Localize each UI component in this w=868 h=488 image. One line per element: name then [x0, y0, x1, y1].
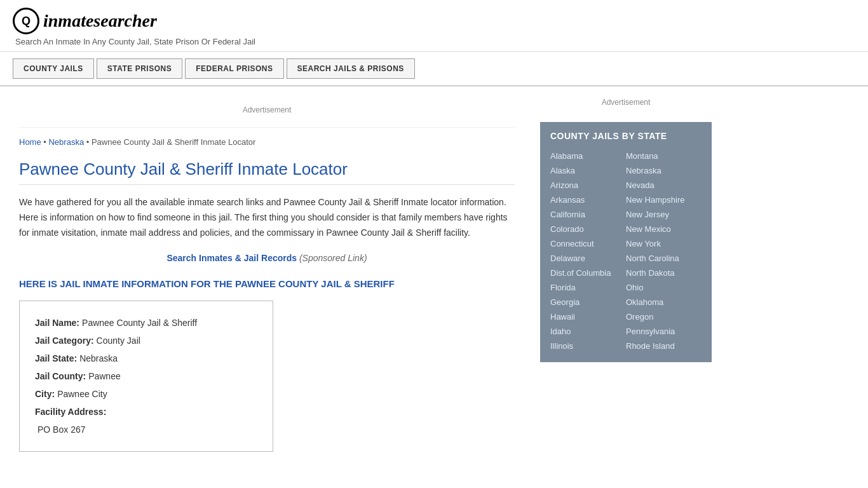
state-link[interactable]: New Hampshire [626, 193, 702, 207]
ad-banner: Advertisement [19, 99, 515, 128]
sidebar: Advertisement COUNTY JAILS BY STATE Alab… [534, 86, 724, 464]
state-link[interactable]: Ohio [626, 280, 702, 295]
state-link[interactable]: Montana [626, 149, 702, 163]
jail-name-label: Jail Name: [35, 314, 79, 332]
state-link[interactable]: New Jersey [626, 207, 702, 222]
state-box: COUNTY JAILS BY STATE AlabamaAlaskaArizo… [540, 122, 712, 362]
state-link[interactable]: Florida [550, 280, 626, 295]
state-link[interactable]: Arkansas [550, 193, 626, 207]
state-link[interactable]: Rhode Island [626, 339, 702, 353]
logo-searcher: searcher [93, 11, 157, 30]
nav: COUNTY JAILS STATE PRISONS FEDERAL PRISO… [0, 52, 868, 86]
state-columns: AlabamaAlaskaArizonaArkansasCaliforniaCo… [550, 149, 702, 353]
state-link[interactable]: Connecticut [550, 236, 626, 251]
state-link[interactable]: Nevada [626, 178, 702, 193]
state-link[interactable]: Colorado [550, 222, 626, 236]
state-link[interactable]: Georgia [550, 295, 626, 309]
state-col-left: AlabamaAlaskaArizonaArkansasCaliforniaCo… [550, 149, 626, 353]
state-link[interactable]: Illinois [550, 339, 626, 353]
sidebar-ad: Advertisement [540, 93, 712, 112]
breadcrumb-state[interactable]: Nebraska [48, 137, 84, 147]
jail-city-value: Pawnee City [57, 385, 107, 403]
state-link[interactable]: California [550, 207, 626, 222]
nav-federal-prisons[interactable]: FEDERAL PRISONS [185, 58, 283, 79]
nav-county-jails[interactable]: COUNTY JAILS [13, 58, 94, 79]
jail-city-row: City: Pawnee City [35, 385, 257, 403]
state-link[interactable]: Nebraska [626, 163, 702, 178]
jail-address-row: Facility Address: [35, 403, 257, 421]
tagline: Search An Inmate In Any County Jail, Sta… [15, 37, 855, 46]
logo-icon: Q [13, 8, 39, 34]
state-link[interactable]: Alabama [550, 149, 626, 163]
jail-city-label: City: [35, 385, 55, 403]
logo-area: Q inmatesearcher [13, 8, 855, 34]
nav-state-prisons[interactable]: STATE PRISONS [97, 58, 182, 79]
logo-text: inmatesearcher [43, 11, 157, 31]
jail-state-label: Jail State: [35, 349, 77, 367]
breadcrumb-current: Pawnee County Jail & Sheriff Inmate Loca… [92, 137, 255, 147]
state-link[interactable]: North Carolina [626, 251, 702, 266]
jail-county-label: Jail County: [35, 367, 86, 385]
jail-county-value: Pawnee [88, 367, 121, 385]
breadcrumb: Home • Nebraska • Pawnee County Jail & S… [19, 137, 515, 147]
breadcrumb-home[interactable]: Home [19, 137, 41, 147]
state-link[interactable]: Dist.of Columbia [550, 266, 626, 280]
state-link[interactable]: Pennsylvania [626, 324, 702, 339]
jail-info-box: Jail Name: Pawnee County Jail & Sheriff … [19, 301, 273, 452]
state-link[interactable]: Idaho [550, 324, 626, 339]
description: We have gathered for you all the availab… [19, 195, 515, 240]
page-title: Pawnee County Jail & Sheriff Inmate Loca… [19, 159, 515, 185]
state-col-right: MontanaNebraskaNevadaNew HampshireNew Je… [626, 149, 702, 353]
jail-address-label: Facility Address: [35, 403, 106, 421]
state-link[interactable]: New York [626, 236, 702, 251]
jail-category-value: County Jail [97, 332, 140, 349]
jail-state-row: Jail State: Nebraska [35, 349, 257, 367]
info-heading: HERE IS JAIL INMATE INFORMATION FOR THE … [19, 278, 515, 289]
state-link[interactable]: Alaska [550, 163, 626, 178]
jail-address-value: PO Box 267 [35, 421, 257, 438]
state-link[interactable]: Oregon [626, 309, 702, 324]
main-content: Advertisement Home • Nebraska • Pawnee C… [0, 86, 534, 464]
logo-inmate: inmate [43, 11, 93, 30]
content-wrapper: Advertisement Home • Nebraska • Pawnee C… [0, 86, 868, 464]
jail-category-row: Jail Category: County Jail [35, 332, 257, 349]
jail-name-value: Pawnee County Jail & Sheriff [82, 314, 197, 332]
state-box-title: COUNTY JAILS BY STATE [550, 131, 702, 141]
nav-search-jails[interactable]: SEARCH JAILS & PRISONS [287, 58, 415, 79]
jail-state-value: Nebraska [79, 349, 118, 367]
sponsored-label: (Sponsored Link) [299, 253, 367, 263]
search-link-area: Search Inmates & Jail Records (Sponsored… [19, 253, 515, 263]
state-link[interactable]: North Dakota [626, 266, 702, 280]
jail-name-row: Jail Name: Pawnee County Jail & Sheriff [35, 314, 257, 332]
state-link[interactable]: Hawaii [550, 309, 626, 324]
state-link[interactable]: Arizona [550, 178, 626, 193]
state-link[interactable]: Oklahoma [626, 295, 702, 309]
state-link[interactable]: New Mexico [626, 222, 702, 236]
jail-category-label: Jail Category: [35, 332, 94, 349]
search-link[interactable]: Search Inmates & Jail Records [166, 253, 297, 263]
header: Q inmatesearcher Search An Inmate In Any… [0, 0, 868, 52]
state-link[interactable]: Delaware [550, 251, 626, 266]
jail-county-row: Jail County: Pawnee [35, 367, 257, 385]
